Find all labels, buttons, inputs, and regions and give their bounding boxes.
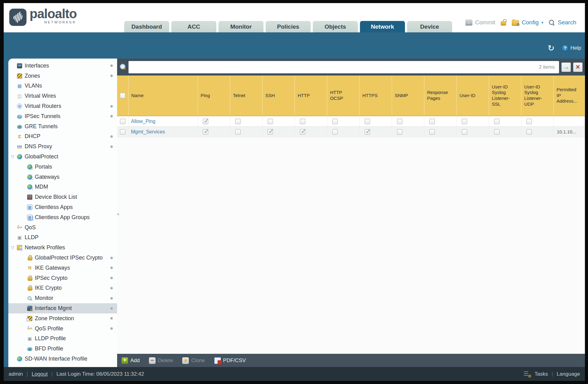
tab-policies[interactable]: Policies xyxy=(266,21,311,32)
sidebar-item-globalprotect[interactable]: ▽GlobalProtect xyxy=(8,152,117,162)
tab-device[interactable]: Device xyxy=(407,21,452,32)
sidebar-item-label: IKE Gateways xyxy=(35,265,70,271)
expander-icon[interactable]: ▽ xyxy=(11,154,14,159)
status-bar: admin | Logout | Last Login Time: 06/05/… xyxy=(4,367,585,381)
user-id-syslog-listener-ssl-checkbox xyxy=(494,129,500,135)
sidebar-item-clientless-apps[interactable]: Clientless Apps xyxy=(8,202,117,212)
clear-filter-button[interactable]: × xyxy=(573,63,582,72)
sidebar-item-device-block-list[interactable]: Device Block List xyxy=(8,192,117,202)
tab-dashboard[interactable]: Dashboard xyxy=(124,21,169,32)
language-button[interactable]: Language xyxy=(557,371,580,377)
sidebar-item-lldp-profile[interactable]: LLDP Profile xyxy=(8,334,117,344)
col-header-name: Name xyxy=(129,76,198,116)
item-dot-indicator xyxy=(110,267,113,269)
http-checkbox xyxy=(300,129,305,135)
mdm-icon xyxy=(27,184,32,190)
clone-button[interactable]: Clone xyxy=(182,357,205,364)
search-button[interactable]: Search xyxy=(558,19,576,26)
add-button[interactable]: Add xyxy=(121,357,140,364)
svc-cell-telnet xyxy=(230,116,263,126)
sidebar-item-label: GlobalProtect IPSec Crypto xyxy=(35,255,103,261)
commit-button[interactable]: Commit xyxy=(475,19,495,26)
sidebar-item-ike-gateways[interactable]: IKE Gateways xyxy=(8,263,117,273)
user-id-syslog-listener-ssl-checkbox xyxy=(494,119,500,124)
sidebar-item-virtual-routers[interactable]: Virtual Routers xyxy=(8,101,117,111)
sidebar-item-dhcp[interactable]: DHCP xyxy=(8,132,117,142)
user-id-syslog-listener-udp-checkbox xyxy=(526,119,532,124)
sidebar-item-qos[interactable]: QoS xyxy=(8,223,117,233)
filter-searchbox: 2 items xyxy=(129,61,559,73)
search-input[interactable] xyxy=(132,61,539,73)
sidebar-item-network-profiles[interactable]: ▽Network Profiles xyxy=(8,243,117,253)
sidebar-item-ike-crypto[interactable]: IKE Crypto xyxy=(8,283,117,293)
tab-network[interactable]: Network xyxy=(360,21,405,32)
sidebar-item-sd-wan-interface-profile[interactable]: SD-WAN Interface Profile xyxy=(8,354,117,364)
table-row-mgmt-services[interactable]: Mgmt_Services10.1.10... xyxy=(117,127,585,137)
sidebar-collapse-icon[interactable]: ◀ xyxy=(116,212,119,216)
item-dot-indicator xyxy=(110,307,113,310)
tab-monitor[interactable]: Monitor xyxy=(218,21,263,32)
ssh-checkbox xyxy=(267,119,273,124)
sidebar-item-gre-tunnels[interactable]: GRE Tunnels xyxy=(8,121,117,132)
toolbar-button-label: Clone xyxy=(191,357,205,364)
apply-filter-button[interactable]: → xyxy=(561,63,571,72)
monitor-icon xyxy=(27,296,32,301)
expander-icon[interactable]: ▽ xyxy=(11,245,14,250)
tab-acc[interactable]: ACC xyxy=(171,21,216,32)
add-icon xyxy=(121,357,128,364)
lock-icon[interactable] xyxy=(500,19,507,26)
sidebar-item-label: Zone Protection xyxy=(35,315,74,322)
sidebar-item-portals[interactable]: Portals xyxy=(8,162,117,172)
row-select-cell xyxy=(117,127,129,137)
sidebar-item-monitor[interactable]: Monitor xyxy=(8,293,117,303)
sidebar-item-vlans[interactable]: VLANs xyxy=(8,81,117,91)
sidebar-item-zone-protection[interactable]: Zone Protection xyxy=(8,313,117,324)
sidebar-item-ipsec-crypto[interactable]: IPSec Crypto xyxy=(8,273,117,283)
search-icon xyxy=(549,19,555,26)
row-checkbox[interactable] xyxy=(120,129,125,135)
svc-cell-user-id xyxy=(457,127,489,137)
tab-objects[interactable]: Objects xyxy=(313,21,358,32)
sidebar-item-dns-proxy[interactable]: DNS Proxy xyxy=(8,141,117,152)
sidebar-item-mdm[interactable]: MDM xyxy=(8,182,117,192)
pdf-csv-button[interactable]: PDF/CSV xyxy=(214,357,246,364)
item-dot-indicator xyxy=(110,145,113,148)
ping-checkbox xyxy=(203,119,208,124)
row-checkbox[interactable] xyxy=(120,119,125,124)
config-button[interactable]: Config xyxy=(522,19,539,26)
sidebar-item-label: BFD Profile xyxy=(35,345,63,352)
sidebar-item-zones[interactable]: Zones xyxy=(8,71,117,81)
refresh-icon[interactable]: ↻ xyxy=(548,44,554,52)
sidebar-item-qos-profile[interactable]: QoS Profile xyxy=(8,324,117,334)
help-label[interactable]: Help xyxy=(570,45,581,51)
sidebar-item-label: MDM xyxy=(35,184,48,190)
sidebar-item-lldp[interactable]: LLDP xyxy=(8,233,117,243)
sidebar-item-gateways[interactable]: Gateways xyxy=(8,172,117,182)
sidebar-item-ipsec-tunnels[interactable]: IPSec Tunnels xyxy=(8,111,117,121)
sidebar-item-interface-mgmt[interactable]: Interface Mgmt xyxy=(8,303,117,313)
sidebar-item-label: Network Profiles xyxy=(25,244,65,251)
row-name-link[interactable]: Mgmt_Services xyxy=(131,129,165,135)
row-name-link[interactable]: Allow_Ping xyxy=(131,119,155,124)
help-icon[interactable]: ? xyxy=(562,45,569,51)
sidebar-item-virtual-wires[interactable]: Virtual Wires xyxy=(8,91,117,101)
table-row-allow-ping[interactable]: Allow_Ping xyxy=(117,116,585,127)
tasks-button[interactable]: Tasks xyxy=(534,371,548,377)
table-body: Allow_PingMgmt_Services10.1.10... xyxy=(117,116,585,137)
sidebar-item-interfaces[interactable]: Interfaces xyxy=(8,61,117,71)
col-header-user-id: User-ID xyxy=(457,76,489,116)
svc-cell-user-id-syslog-listener-ssl xyxy=(489,116,521,126)
logout-link[interactable]: Logout xyxy=(32,371,48,377)
select-all-checkbox[interactable] xyxy=(120,93,125,98)
clientless-apps-icon xyxy=(27,205,32,210)
sidebar-item-clientless-app-groups[interactable]: Clientless App Groups xyxy=(8,212,117,223)
delete-button[interactable]: Delete xyxy=(149,357,173,364)
lock-icon xyxy=(27,285,32,291)
sidebar-item-bfd-profile[interactable]: BFD Profile xyxy=(8,344,117,354)
col-header-https: HTTPS xyxy=(360,76,392,116)
lldp-icon xyxy=(17,235,22,240)
tasks-icon xyxy=(524,371,531,377)
sidebar-item-globalprotect-ipsec-crypto[interactable]: GlobalProtect IPSec Crypto xyxy=(8,253,117,263)
svc-cell-snmp xyxy=(392,127,424,137)
config-dropdown-caret[interactable]: ▼ xyxy=(541,21,544,24)
